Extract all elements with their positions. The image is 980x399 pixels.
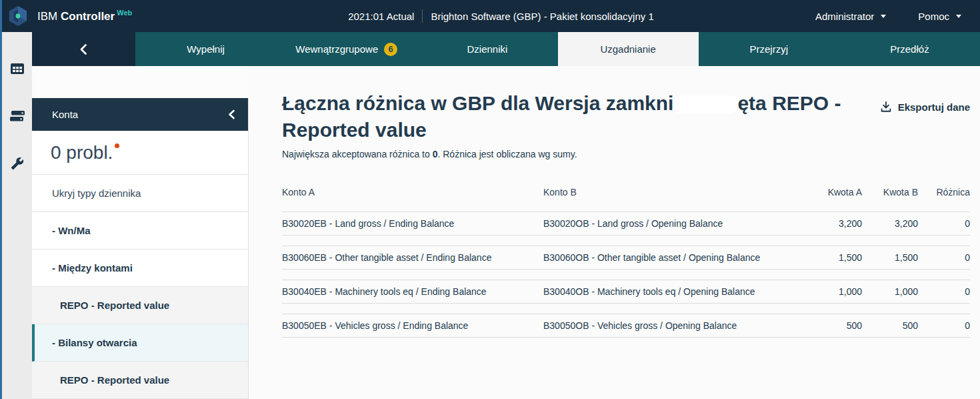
hide-link-label: Ukryj typy dziennika [52,187,141,199]
table-row[interactable]: B30060EB - Other tangible asset / Ending… [282,246,970,270]
cell-kwota-a: 1,000 [803,286,862,297]
intercompany-count-badge: 6 [384,43,397,56]
cell-konto-b: B30040OB - Machinery tools eq / Opening … [543,286,803,297]
cell-kwota-a: 500 [803,320,862,331]
item-label: - Między kontami [52,262,133,274]
context-period: 2021:01 Actual [348,11,414,22]
table-header-row: Konto A Konto B Kwota A Kwota B Różnica [282,179,970,205]
top-bar: IBM ControllerWeb 2021:01 Actual Brighto… [0,0,980,32]
chevron-down-icon [881,15,886,18]
subtitle-post: . Różnica jest obliczana wg sumy. [437,149,577,159]
brand-ibm: IBM [37,10,57,23]
cell-roznica: 0 [918,320,970,331]
panel-title: Konta [52,109,78,120]
page-title-part1: Łączna różnica w GBP dla Wersja zamkni [282,92,673,114]
journal-subitem-repo-reported-value[interactable]: REPO - Reported value [32,287,248,324]
column-header-konto-a: Konto A [282,187,543,197]
item-label: REPO - Reported value [60,300,169,311]
export-data-button[interactable]: Eksportuj dane [880,101,970,113]
left-accent-line [0,0,2,399]
user-menu-button[interactable]: Administrator [815,11,886,22]
cell-kwota-b: 1,500 [862,252,918,263]
journal-type-item-bilansy-otwarcia[interactable]: - Bilansy otwarcia [32,324,248,362]
user-menu-label: Administrator [815,11,874,22]
chevron-left-icon [227,109,236,119]
data-entry-grid-button[interactable] [9,60,26,77]
cell-konto-a: B30050EB - Vehicles gross / Ending Balan… [282,320,543,331]
export-button-label: Eksportuj dane [898,101,970,113]
brand-web-label: Web [117,9,132,17]
cell-konto-a: B30060EB - Other tangible asset / Ending… [282,252,543,263]
context-bar: 2021:01 Actual Brighton Software (GBP) -… [187,9,815,23]
top-right-menus: Administrator Pomoc [815,11,961,22]
tab-label: Przedłóż [890,43,929,55]
brand-product: Controller [61,10,115,23]
status-dot [115,143,119,148]
tab-dzienniki[interactable]: Dzienniki [417,32,557,66]
main-header: Łączna różnica w GBP dla Wersja zamknięt… [282,90,970,143]
page-title: Łączna różnica w GBP dla Wersja zamknięt… [282,90,857,143]
journal-type-item-wn-ma[interactable]: - Wn/Ma [32,212,248,250]
main-content: Łączna różnica w GBP dla Wersja zamknięt… [249,66,980,399]
cell-kwota-a: 1,500 [803,252,862,263]
cell-kwota-a: 3,200 [803,218,862,229]
problems-count: 0 probl. [51,142,113,163]
context-company: Brighton Software (GBP) - Pakiet konsoli… [431,11,653,22]
tab-label: Wypełnij [187,43,225,55]
column-header-konto-b: Konto B [543,187,803,197]
tab-wypelnij[interactable]: Wypełnij [135,32,276,66]
journal-subitem-repo-reported-value[interactable]: REPO - Reported value [32,362,248,399]
item-label: - Wn/Ma [52,225,91,236]
tab-wewnatrzgrupowe[interactable]: Wewnątrzgrupowe 6 [276,32,417,66]
table-grid-icon [10,63,25,75]
help-menu-button[interactable]: Pomoc [918,11,961,22]
table-row[interactable]: B30040EB - Machinery tools eq / Ending B… [282,280,970,304]
cell-roznica: 0 [918,218,970,229]
cell-kwota-b: 500 [862,320,918,331]
workflow-tab-bar: Wypełnij Wewnątrzgrupowe 6 Dzienniki Uzg… [32,32,980,66]
cell-konto-b: B30050OB - Vehicles gross / Opening Bala… [543,320,803,331]
maintenance-button[interactable] [9,155,26,172]
back-button[interactable] [32,32,135,66]
app-icon-rail [2,32,32,399]
cell-konto-b: B30060OB - Other tangible asset / Openin… [543,252,803,263]
panel-collapse-button[interactable] [227,109,236,119]
cell-kwota-b: 3,200 [862,218,918,229]
tab-przedloz[interactable]: Przedłóż [839,32,980,66]
table-row[interactable]: B30020EB - Land gross / Ending Balance B… [282,212,970,236]
app-window: IBM ControllerWeb 2021:01 Actual Brighto… [0,0,980,399]
database-icon [9,110,25,122]
database-button[interactable] [9,107,26,125]
tab-label: Przejrzyj [750,43,789,55]
table-row[interactable]: B30050EB - Vehicles gross / Ending Balan… [282,314,970,338]
cell-kwota-b: 1,000 [862,286,918,297]
cell-konto-b: B30020OB - Land gross / Opening Balance [543,218,803,229]
page-subtitle: Największa akceptowana różnica to 0. Róż… [282,149,970,159]
cell-roznica: 0 [918,286,970,297]
hide-journal-types-link[interactable]: Ukryj typy dziennika [32,175,248,212]
brand: IBM ControllerWeb [7,5,187,27]
item-label: REPO - Reported value [60,374,169,386]
controller-logo-icon [7,5,29,27]
subtitle-pre: Największa akceptowana różnica to [282,149,433,159]
tab-label: Dzienniki [467,43,508,55]
cell-konto-a: B30020EB - Land gross / Ending Balance [282,218,543,229]
tab-przejrzyj[interactable]: Przejrzyj [699,32,839,66]
tab-label: Uzgadnianie [600,43,655,55]
column-header-kwota-a: Kwota A [803,187,862,197]
accounts-panel: Konta 0 probl. Ukryj typy dziennika - Wn… [32,98,249,399]
accounts-panel-header: Konta [32,98,248,131]
tab-label: Wewnątrzgrupowe [295,43,378,55]
cell-roznica: 0 [918,252,970,263]
reconciliation-table: Konto A Konto B Kwota A Kwota B Różnica … [282,179,970,338]
item-label: - Bilansy otwarcia [52,337,137,348]
download-icon [880,101,892,113]
help-menu-label: Pomoc [918,11,949,22]
redaction-patch [673,95,737,113]
cell-konto-a: B30040EB - Machinery tools eq / Ending B… [282,286,543,297]
chevron-left-icon [79,43,89,55]
journal-type-item-miedzy-kontami[interactable]: - Między kontami [32,250,248,287]
tab-uzgadnianie[interactable]: Uzgadnianie [558,32,699,66]
problems-count-row: 0 probl. [32,131,248,175]
wrench-icon [11,157,24,170]
